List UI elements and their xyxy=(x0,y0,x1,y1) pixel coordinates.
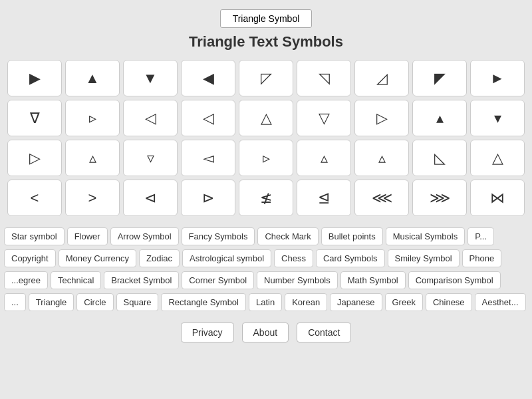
nav-math-symbol[interactable]: Math Symbol xyxy=(340,271,406,289)
nav-smiley-symbol[interactable]: Smiley Symbol xyxy=(388,249,460,267)
nav-row-2: Copyright Money Currency Zodiac Astrolog… xyxy=(0,247,532,269)
symbol-cell[interactable]: ◁ xyxy=(181,100,235,136)
nav-flower[interactable]: Flower xyxy=(67,227,108,245)
symbol-cell[interactable]: ▽ xyxy=(297,100,351,136)
nav-arrow-symbol[interactable]: Arrow Symbol xyxy=(110,227,179,245)
symbol-cell[interactable]: ▴ xyxy=(412,100,467,136)
top-button-area: Triangle Symbol xyxy=(0,0,532,33)
nav-check-mark[interactable]: Check Mark xyxy=(257,227,318,245)
symbol-cell[interactable]: △ xyxy=(470,140,525,176)
footer: Privacy About Contact xyxy=(181,323,352,350)
symbol-cell[interactable]: ▹ xyxy=(65,100,120,136)
nav-musical-symbols[interactable]: Musical Symbols xyxy=(386,227,466,245)
nav-comparison-symbol[interactable]: Comparison Symbol xyxy=(408,271,501,289)
triangle-symbol-button[interactable]: Triangle Symbol xyxy=(220,9,313,28)
nav-triangle[interactable]: Triangle xyxy=(29,293,74,311)
nav-money-currency[interactable]: Money Currency xyxy=(59,249,136,267)
symbol-cell[interactable]: ⊴ xyxy=(297,180,351,216)
symbol-cell[interactable]: ▵ xyxy=(65,140,120,176)
nav-degree[interactable]: ...egree xyxy=(4,271,48,289)
nav-bracket-symbol[interactable]: Bracket Symbol xyxy=(104,271,179,289)
symbol-cell[interactable]: ◤ xyxy=(412,60,467,96)
nav-korean[interactable]: Korean xyxy=(285,293,327,311)
nav-japanese[interactable]: Japanese xyxy=(330,293,382,311)
nav-fancy-symbols[interactable]: Fancy Symbols xyxy=(182,227,255,245)
symbol-cell[interactable]: ◿ xyxy=(354,60,409,96)
page-title: Triangle Text Symbols xyxy=(189,33,343,51)
nav-astrological-symbol[interactable]: Astrological symbol xyxy=(182,249,271,267)
symbol-cell[interactable]: ≰ xyxy=(239,180,293,216)
symbol-cell[interactable]: ◀ xyxy=(181,60,235,96)
symbol-cell[interactable]: ▾ xyxy=(470,100,525,136)
nav-links-area: Star symbol Flower Arrow Symbol Fancy Sy… xyxy=(0,225,532,316)
symbol-cell[interactable]: ◸ xyxy=(239,60,293,96)
nav-square[interactable]: Square xyxy=(116,293,159,311)
symbol-cell[interactable]: > xyxy=(65,180,120,216)
symbols-grid: ▶ ▲ ▼ ◀ ◸ ◹ ◿ ◤ ► ∇ ▹ ◁ ◁ △ ▽ ▷ ▴ ▾ ▷ ▵ … xyxy=(1,60,531,216)
nav-phone[interactable]: Phone xyxy=(462,249,502,267)
about-button[interactable]: About xyxy=(242,323,289,342)
nav-zodiac[interactable]: Zodiac xyxy=(139,249,180,267)
nav-chess[interactable]: Chess xyxy=(274,249,313,267)
symbol-cell[interactable]: ◺ xyxy=(412,140,467,176)
nav-number-symbols[interactable]: Number Symbols xyxy=(257,271,338,289)
symbol-cell[interactable]: ▵ xyxy=(354,140,409,176)
symbol-cell[interactable]: ▹ xyxy=(239,140,293,176)
nav-technical[interactable]: Technical xyxy=(51,271,101,289)
nav-row-3: ...egree Technical Bracket Symbol Corner… xyxy=(0,269,532,291)
symbol-cell[interactable]: ▼ xyxy=(123,60,178,96)
symbol-cell[interactable]: ▿ xyxy=(123,140,178,176)
nav-aesthetic[interactable]: Aesthet... xyxy=(475,293,526,311)
symbol-cell[interactable]: ▲ xyxy=(65,60,120,96)
symbol-cell[interactable]: < xyxy=(7,180,62,216)
nav-rectangle-symbol[interactable]: Rectangle Symbol xyxy=(161,293,246,311)
symbol-cell[interactable]: ◅ xyxy=(181,140,235,176)
nav-star-symbol[interactable]: Star symbol xyxy=(4,227,65,245)
contact-button[interactable]: Contact xyxy=(297,323,351,342)
nav-copyright[interactable]: Copyright xyxy=(4,249,56,267)
nav-circle[interactable]: Circle xyxy=(76,293,113,311)
symbol-cell[interactable]: ▵ xyxy=(297,140,351,176)
symbol-cell[interactable]: ⋈ xyxy=(470,180,525,216)
nav-card-symbols[interactable]: Card Symbols xyxy=(316,249,385,267)
symbol-cell[interactable]: ▷ xyxy=(7,140,62,176)
nav-greek[interactable]: Greek xyxy=(385,293,423,311)
symbol-cell[interactable]: ◁ xyxy=(123,100,178,136)
symbol-cell[interactable]: ⊲ xyxy=(123,180,178,216)
nav-p[interactable]: P... xyxy=(467,227,494,245)
symbol-cell[interactable]: ◹ xyxy=(297,60,351,96)
nav-chinese[interactable]: Chinese xyxy=(426,293,472,311)
symbol-cell[interactable]: ▶ xyxy=(7,60,62,96)
nav-bullet-points[interactable]: Bullet points xyxy=(321,227,383,245)
symbol-cell[interactable]: ∇ xyxy=(7,100,62,136)
nav-corner-symbol[interactable]: Corner Symbol xyxy=(182,271,254,289)
nav-row-1: Star symbol Flower Arrow Symbol Fancy Sy… xyxy=(0,225,532,247)
symbol-cell[interactable]: ⊳ xyxy=(181,180,235,216)
symbol-cell[interactable]: ⋙ xyxy=(412,180,467,216)
symbol-cell[interactable]: △ xyxy=(239,100,293,136)
symbol-cell[interactable]: ▷ xyxy=(354,100,409,136)
nav-latin[interactable]: Latin xyxy=(249,293,282,311)
symbol-cell[interactable]: ⋘ xyxy=(354,180,409,216)
symbol-cell[interactable]: ► xyxy=(470,60,525,96)
privacy-button[interactable]: Privacy xyxy=(181,323,234,342)
nav-row-4: ... Triangle Circle Square Rectangle Sym… xyxy=(0,291,532,313)
nav-ellipsis[interactable]: ... xyxy=(4,293,26,311)
